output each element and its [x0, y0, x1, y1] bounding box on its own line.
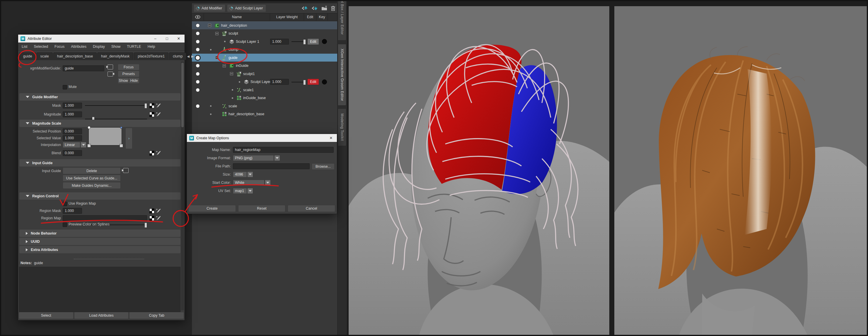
uv-set-dropdown[interactable]: map1: [233, 188, 247, 194]
expand-toggle[interactable]: [215, 32, 219, 35]
ramp-point[interactable]: [120, 127, 122, 129]
use-selected-curve-button[interactable]: Use Selected Curve as Guide...: [63, 175, 121, 181]
ramp-point[interactable]: [88, 126, 91, 129]
ramp-handle-icon[interactable]: [87, 144, 91, 147]
input-connection-icon[interactable]: [107, 64, 113, 69]
mute-checkbox[interactable]: [63, 85, 67, 89]
select-button[interactable]: Select: [19, 312, 73, 319]
mask-field[interactable]: [63, 103, 82, 109]
ramp-widget[interactable]: [89, 127, 122, 145]
interpolation-dropdown[interactable]: Linear: [63, 142, 80, 148]
section-region-control[interactable]: Region Control: [19, 192, 181, 200]
tab-place2dtexture1[interactable]: place2dTexture1: [134, 53, 168, 60]
tree-row-guide[interactable]: guide: [192, 54, 337, 62]
load-attributes-button[interactable]: Load Attributes: [74, 312, 129, 319]
image-format-dropdown[interactable]: PNG (png): [233, 155, 274, 161]
map-checker-icon[interactable]: [149, 103, 154, 108]
menu-help[interactable]: Help: [148, 45, 155, 49]
tree-row-scale1[interactable]: scale1: [192, 86, 337, 94]
attribute-editor-scrollbar[interactable]: [181, 62, 184, 310]
map-checker-icon[interactable]: [149, 216, 154, 221]
merge-layer-up-icon[interactable]: [302, 6, 308, 10]
layer-weight-field[interactable]: [270, 79, 289, 85]
notes-divider[interactable]: [74, 259, 144, 259]
menu-attributes[interactable]: Attributes: [71, 45, 86, 49]
start-color-dropdown[interactable]: White: [233, 180, 265, 186]
tree-row-inguide[interactable]: inGuide: [192, 62, 337, 70]
layer-weight-field[interactable]: [270, 39, 289, 45]
browse-button[interactable]: Browse...: [312, 163, 335, 170]
preview-color-checkbox[interactable]: [63, 223, 67, 227]
tree-row-inguide-base[interactable]: inGuide_base: [192, 94, 337, 102]
node-name-field[interactable]: [63, 65, 104, 71]
reset-button[interactable]: Reset: [238, 205, 286, 212]
hide-button[interactable]: Hide: [129, 77, 140, 84]
start-color-dropdown-arrow[interactable]: [265, 180, 271, 186]
section-extra-attributes[interactable]: Extra Attributes: [19, 246, 181, 253]
section-guide-modifier[interactable]: Guide Modifier: [19, 93, 181, 101]
map-checker-icon[interactable]: [149, 112, 154, 117]
close-button[interactable]: ✕: [173, 35, 185, 43]
menu-list[interactable]: List: [22, 45, 27, 49]
tab-guide[interactable]: guide: [19, 53, 36, 60]
uv-set-dropdown-arrow[interactable]: [247, 188, 253, 194]
map-checker-icon[interactable]: [149, 208, 154, 214]
merge-layer-down-icon[interactable]: [311, 6, 318, 10]
keyframe-dot[interactable]: [322, 80, 327, 84]
paint-brush-icon[interactable]: [156, 208, 161, 214]
expand-toggle[interactable]: [208, 24, 211, 27]
visibility-toggle[interactable]: [196, 39, 200, 44]
magnitude-field[interactable]: [63, 111, 82, 117]
maximize-button[interactable]: □: [161, 35, 173, 43]
menu-show[interactable]: Show: [111, 45, 120, 49]
tree-row-scale[interactable]: scale: [192, 102, 337, 110]
make-guides-dynamic-button[interactable]: Make Guides Dynamic...: [63, 182, 121, 189]
column-layer-weight[interactable]: Layer Weight: [270, 15, 304, 19]
region-mask-field[interactable]: [63, 208, 82, 214]
paint-brush-icon[interactable]: [156, 103, 161, 108]
selected-position-field[interactable]: [63, 129, 82, 134]
ramp-expand-button[interactable]: ›: [125, 128, 132, 149]
column-key[interactable]: Key: [316, 15, 328, 19]
visibility-toggle[interactable]: [196, 72, 200, 76]
tab-modeling-toolkit[interactable]: Modeling Toolkit: [338, 109, 346, 146]
region-map-paint-brush-icon[interactable]: [156, 215, 161, 221]
section-uuid[interactable]: UUID: [19, 238, 181, 245]
map-checker-icon[interactable]: [149, 151, 154, 156]
keyframe-dot[interactable]: [322, 39, 327, 44]
tree-row-sculpt-layer-1[interactable]: Sculpt Layer 1 Edit: [192, 37, 337, 46]
column-edit[interactable]: Edit: [304, 15, 316, 19]
visibility-toggle[interactable]: [196, 48, 200, 52]
menu-focus[interactable]: Focus: [55, 45, 64, 49]
minimize-button[interactable]: –: [149, 35, 161, 43]
dialog-close-button[interactable]: ✕: [325, 134, 337, 142]
section-magnitude-scale[interactable]: Magnitude Scale: [19, 120, 181, 127]
paint-brush-icon[interactable]: [156, 111, 161, 117]
tab-hair-densitymask[interactable]: hair_densityMask: [97, 53, 133, 60]
file-path-field[interactable]: [233, 163, 310, 169]
column-name[interactable]: Name: [204, 15, 270, 19]
notes-textarea[interactable]: [19, 267, 181, 312]
menu-selected[interactable]: Selected: [34, 45, 48, 49]
attribute-editor-titlebar[interactable]: M Attribute Editor – □ ✕: [18, 35, 185, 43]
delete-layer-icon[interactable]: [331, 6, 335, 11]
tree-row-sculpt-layer-1b[interactable]: Sculpt Layer 1 Edit: [192, 78, 337, 86]
edit-layer-button[interactable]: Edit: [307, 38, 319, 45]
tree-row-hair-description[interactable]: hair_description: [192, 21, 337, 29]
tab-scroll-right-icon[interactable]: ▶: [191, 55, 194, 58]
tree-row-clump[interactable]: clump: [192, 46, 337, 54]
visibility-toggle[interactable]: [195, 55, 200, 60]
show-button[interactable]: Show: [118, 77, 129, 84]
tree-row-sculpt[interactable]: sculpt: [192, 30, 337, 37]
viewport-groom-render[interactable]: [614, 6, 868, 335]
delete-guide-button[interactable]: Delete: [63, 167, 121, 174]
tab-clump[interactable]: clump: [169, 53, 186, 60]
add-modifier-button[interactable]: Add Modifier: [194, 4, 225, 12]
tab-xgen-interactive-groom-editor[interactable]: XGen Interactive Groom Editor: [338, 44, 346, 106]
section-input-guide[interactable]: Input Guide: [19, 159, 181, 167]
layer-weight-slider[interactable]: [291, 80, 306, 84]
tree-row-hair-description-base[interactable]: hair_description_base: [192, 110, 337, 118]
presets-button[interactable]: Presets: [118, 71, 140, 77]
tab-channel-box-layer-editor[interactable]: Channel Box / Layer Editor: [338, 1, 346, 40]
size-dropdown[interactable]: 4096: [233, 171, 247, 177]
